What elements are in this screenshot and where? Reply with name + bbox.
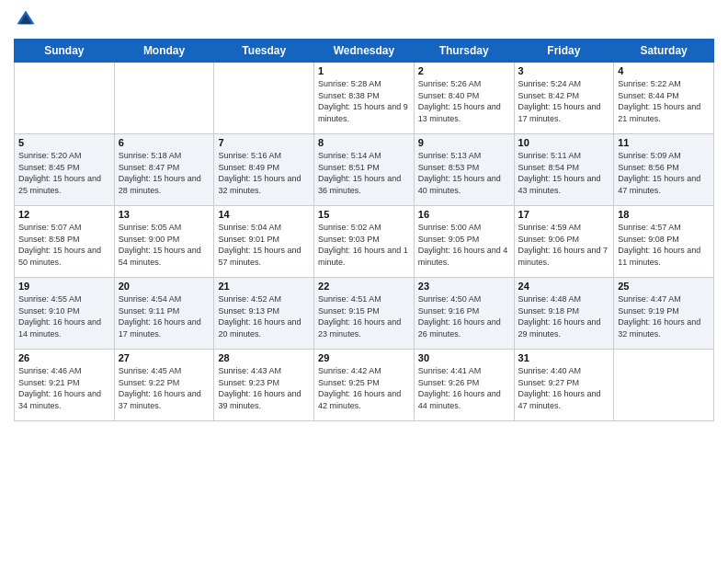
- day-number: 10: [518, 137, 610, 148]
- calendar-day-cell: 13Sunrise: 5:05 AMSunset: 9:00 PMDayligh…: [114, 206, 214, 278]
- day-info: Sunrise: 5:20 AMSunset: 8:45 PMDaylight:…: [18, 150, 110, 196]
- calendar-day-cell: 14Sunrise: 5:04 AMSunset: 9:01 PMDayligh…: [214, 206, 314, 278]
- calendar-day-cell: 30Sunrise: 4:41 AMSunset: 9:26 PMDayligh…: [414, 350, 514, 421]
- day-info: Sunrise: 4:59 AMSunset: 9:06 PMDaylight:…: [518, 222, 610, 268]
- day-number: 7: [218, 137, 310, 148]
- day-info: Sunrise: 5:02 AMSunset: 9:03 PMDaylight:…: [318, 222, 410, 268]
- calendar-week-row: 12Sunrise: 5:07 AMSunset: 8:58 PMDayligh…: [15, 206, 714, 278]
- calendar-day-header: Friday: [514, 40, 614, 63]
- calendar-day-cell: [114, 63, 214, 134]
- calendar-day-cell: 7Sunrise: 5:16 AMSunset: 8:49 PMDaylight…: [214, 134, 314, 206]
- calendar-day-header: Wednesday: [314, 40, 415, 63]
- day-number: 2: [418, 65, 510, 76]
- day-info: Sunrise: 4:54 AMSunset: 9:11 PMDaylight:…: [119, 293, 210, 339]
- calendar-day-cell: [214, 63, 314, 134]
- day-info: Sunrise: 4:42 AMSunset: 9:25 PMDaylight:…: [318, 365, 410, 411]
- header: [14, 9, 714, 33]
- calendar-table: SundayMondayTuesdayWednesdayThursdayFrid…: [14, 39, 714, 421]
- day-number: 6: [119, 137, 210, 148]
- calendar-day-cell: 18Sunrise: 4:57 AMSunset: 9:08 PMDayligh…: [614, 206, 714, 278]
- calendar-week-row: 26Sunrise: 4:46 AMSunset: 9:21 PMDayligh…: [15, 350, 714, 421]
- calendar-day-cell: 10Sunrise: 5:11 AMSunset: 8:54 PMDayligh…: [514, 134, 614, 206]
- calendar-day-cell: 25Sunrise: 4:47 AMSunset: 9:19 PMDayligh…: [614, 278, 714, 350]
- day-number: 8: [318, 137, 410, 148]
- day-info: Sunrise: 4:51 AMSunset: 9:15 PMDaylight:…: [318, 293, 410, 339]
- day-number: 9: [418, 137, 510, 148]
- day-number: 1: [318, 65, 410, 76]
- day-info: Sunrise: 4:52 AMSunset: 9:13 PMDaylight:…: [218, 293, 310, 339]
- day-info: Sunrise: 4:40 AMSunset: 9:27 PMDaylight:…: [518, 365, 610, 411]
- calendar-day-cell: 16Sunrise: 5:00 AMSunset: 9:05 PMDayligh…: [414, 206, 514, 278]
- calendar-day-cell: 28Sunrise: 4:43 AMSunset: 9:23 PMDayligh…: [214, 350, 314, 421]
- calendar-day-header: Saturday: [614, 40, 714, 63]
- calendar-day-cell: 2Sunrise: 5:26 AMSunset: 8:40 PMDaylight…: [414, 63, 514, 134]
- day-number: 25: [618, 281, 710, 292]
- logo-icon: [16, 9, 36, 29]
- calendar-day-cell: 3Sunrise: 5:24 AMSunset: 8:42 PMDaylight…: [514, 63, 614, 134]
- day-info: Sunrise: 4:47 AMSunset: 9:19 PMDaylight:…: [618, 293, 710, 339]
- day-number: 31: [518, 352, 610, 363]
- calendar-day-cell: 26Sunrise: 4:46 AMSunset: 9:21 PMDayligh…: [15, 350, 115, 421]
- day-number: 13: [119, 209, 210, 220]
- calendar-day-cell: 12Sunrise: 5:07 AMSunset: 8:58 PMDayligh…: [15, 206, 115, 278]
- calendar-day-cell: 29Sunrise: 4:42 AMSunset: 9:25 PMDayligh…: [314, 350, 415, 421]
- calendar-day-cell: [15, 63, 115, 134]
- day-number: 19: [18, 281, 110, 292]
- calendar-day-cell: 23Sunrise: 4:50 AMSunset: 9:16 PMDayligh…: [414, 278, 514, 350]
- day-number: 21: [218, 281, 310, 292]
- day-info: Sunrise: 4:41 AMSunset: 9:26 PMDaylight:…: [418, 365, 510, 411]
- day-number: 30: [418, 352, 510, 363]
- day-info: Sunrise: 4:55 AMSunset: 9:10 PMDaylight:…: [18, 293, 110, 339]
- day-info: Sunrise: 5:04 AMSunset: 9:01 PMDaylight:…: [218, 222, 310, 268]
- day-info: Sunrise: 4:45 AMSunset: 9:22 PMDaylight:…: [119, 365, 210, 411]
- day-info: Sunrise: 5:26 AMSunset: 8:40 PMDaylight:…: [418, 78, 510, 124]
- calendar-week-row: 1Sunrise: 5:28 AMSunset: 8:38 PMDaylight…: [15, 63, 714, 134]
- calendar-day-cell: 27Sunrise: 4:45 AMSunset: 9:22 PMDayligh…: [114, 350, 214, 421]
- calendar-day-cell: 1Sunrise: 5:28 AMSunset: 8:38 PMDaylight…: [314, 63, 415, 134]
- day-number: 26: [18, 352, 110, 363]
- day-info: Sunrise: 5:28 AMSunset: 8:38 PMDaylight:…: [318, 78, 410, 124]
- calendar-week-row: 5Sunrise: 5:20 AMSunset: 8:45 PMDaylight…: [15, 134, 714, 206]
- calendar-day-cell: 20Sunrise: 4:54 AMSunset: 9:11 PMDayligh…: [114, 278, 214, 350]
- calendar-header-row: SundayMondayTuesdayWednesdayThursdayFrid…: [15, 40, 714, 63]
- day-number: 22: [318, 281, 410, 292]
- day-info: Sunrise: 4:43 AMSunset: 9:23 PMDaylight:…: [218, 365, 310, 411]
- calendar-day-cell: 5Sunrise: 5:20 AMSunset: 8:45 PMDaylight…: [15, 134, 115, 206]
- calendar-day-cell: [614, 350, 714, 421]
- calendar-day-cell: 17Sunrise: 4:59 AMSunset: 9:06 PMDayligh…: [514, 206, 614, 278]
- day-number: 12: [18, 209, 110, 220]
- day-info: Sunrise: 5:05 AMSunset: 9:00 PMDaylight:…: [119, 222, 210, 268]
- page: SundayMondayTuesdayWednesdayThursdayFrid…: [0, 0, 728, 563]
- calendar-day-header: Sunday: [15, 40, 115, 63]
- day-info: Sunrise: 5:13 AMSunset: 8:53 PMDaylight:…: [418, 150, 510, 196]
- day-info: Sunrise: 4:46 AMSunset: 9:21 PMDaylight:…: [18, 365, 110, 411]
- day-info: Sunrise: 5:18 AMSunset: 8:47 PMDaylight:…: [119, 150, 210, 196]
- day-info: Sunrise: 5:09 AMSunset: 8:56 PMDaylight:…: [618, 150, 710, 196]
- day-number: 23: [418, 281, 510, 292]
- calendar-week-row: 19Sunrise: 4:55 AMSunset: 9:10 PMDayligh…: [15, 278, 714, 350]
- day-number: 14: [218, 209, 310, 220]
- day-info: Sunrise: 5:22 AMSunset: 8:44 PMDaylight:…: [618, 78, 710, 124]
- calendar-day-cell: 6Sunrise: 5:18 AMSunset: 8:47 PMDaylight…: [114, 134, 214, 206]
- logo: [14, 9, 38, 33]
- day-number: 5: [18, 137, 110, 148]
- day-info: Sunrise: 5:00 AMSunset: 9:05 PMDaylight:…: [418, 222, 510, 268]
- calendar-day-cell: 19Sunrise: 4:55 AMSunset: 9:10 PMDayligh…: [15, 278, 115, 350]
- calendar-day-cell: 9Sunrise: 5:13 AMSunset: 8:53 PMDaylight…: [414, 134, 514, 206]
- calendar-day-cell: 21Sunrise: 4:52 AMSunset: 9:13 PMDayligh…: [214, 278, 314, 350]
- day-info: Sunrise: 5:11 AMSunset: 8:54 PMDaylight:…: [518, 150, 610, 196]
- day-number: 24: [518, 281, 610, 292]
- calendar-day-cell: 31Sunrise: 4:40 AMSunset: 9:27 PMDayligh…: [514, 350, 614, 421]
- day-number: 20: [119, 281, 210, 292]
- day-info: Sunrise: 5:24 AMSunset: 8:42 PMDaylight:…: [518, 78, 610, 124]
- day-number: 18: [618, 209, 710, 220]
- calendar-day-cell: 4Sunrise: 5:22 AMSunset: 8:44 PMDaylight…: [614, 63, 714, 134]
- day-info: Sunrise: 4:50 AMSunset: 9:16 PMDaylight:…: [418, 293, 510, 339]
- day-info: Sunrise: 5:16 AMSunset: 8:49 PMDaylight:…: [218, 150, 310, 196]
- day-info: Sunrise: 4:57 AMSunset: 9:08 PMDaylight:…: [618, 222, 710, 268]
- day-number: 17: [518, 209, 610, 220]
- day-number: 4: [618, 65, 710, 76]
- day-number: 16: [418, 209, 510, 220]
- calendar-day-cell: 24Sunrise: 4:48 AMSunset: 9:18 PMDayligh…: [514, 278, 614, 350]
- calendar-day-header: Monday: [114, 40, 214, 63]
